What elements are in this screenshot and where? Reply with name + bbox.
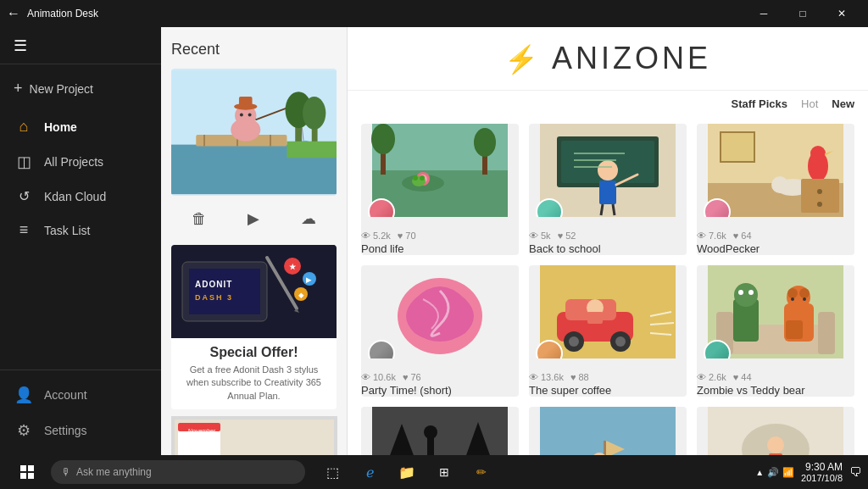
start-button[interactable] — [7, 455, 47, 489]
app-title: Animation Desk — [27, 8, 98, 19]
animation-thumb-party — [361, 265, 519, 358]
animation-card-back-to-school[interactable]: 👁 5k ♥ 52 Back to school — [529, 124, 687, 255]
special-offer-image: ADONIT DASH 3 ★ ▶ — [171, 245, 337, 338]
fishing-scene-svg — [171, 69, 337, 196]
all-projects-label: All Projects — [44, 155, 103, 169]
animation-card-party-time[interactable]: 👁 10.6k ♥ 76 Party Time! (short) — [361, 265, 519, 397]
taskbar-right: ▲ 🔊 📶 9:30 AM 2017/10/8 🗨 — [755, 461, 861, 483]
special-offer-title: Special Offer! — [171, 338, 337, 364]
eye-icon6: 👁 — [697, 372, 706, 382]
animation-card-bottom-2[interactable] — [529, 407, 687, 455]
animation-thumb-bottom-3 — [697, 407, 854, 455]
anizone-panel: ⚡ ANIZONE Staff Picks Hot New — [348, 27, 868, 455]
up-arrow-icon[interactable]: ▲ — [755, 468, 764, 477]
sidebar-item-settings[interactable]: ⚙ Settings — [0, 413, 161, 448]
staff-picks-header: Staff Picks Hot New — [348, 91, 868, 117]
animation-desk-button[interactable]: ✏ — [465, 455, 498, 489]
sidebar-item-home[interactable]: ⌂ Home — [0, 109, 161, 144]
share-button[interactable]: ☁ — [294, 206, 323, 231]
home-label: Home — [44, 120, 77, 134]
cloud-icon: ↺ — [14, 188, 34, 204]
speaker-icon[interactable]: 🔊 — [767, 467, 779, 478]
svg-point-97 — [799, 288, 810, 298]
svg-rect-22 — [189, 269, 260, 314]
titlebar: ← Animation Desk ─ □ ✕ — [0, 0, 868, 27]
svg-point-96 — [787, 288, 798, 298]
recent-title: Recent — [171, 41, 337, 58]
app-container: ☰ + New Project ⌂ Home ◫ All Projects ↺ … — [0, 27, 868, 455]
sidebar-item-task-list[interactable]: ≡ Task List — [0, 213, 161, 247]
task-view-button[interactable]: ⬚ — [315, 455, 349, 489]
views-woodpecker: 👁 7.6k — [697, 231, 726, 241]
svg-rect-103 — [427, 436, 434, 455]
stats-school: 👁 5k ♥ 52 — [529, 231, 687, 241]
sidebar-item-account[interactable]: 👤 Account — [0, 377, 161, 413]
animation-card-super-coffee[interactable]: 👁 13.6k ♥ 88 The super coffee — [529, 265, 687, 397]
svg-point-99 — [803, 297, 806, 301]
recent-thumbnail[interactable] — [171, 69, 337, 196]
plus-icon: + — [14, 80, 23, 97]
minimize-button[interactable]: ─ — [744, 0, 783, 27]
network-icon[interactable]: 📶 — [782, 467, 794, 478]
svg-rect-82 — [587, 312, 603, 324]
svg-text:November: November — [188, 428, 216, 434]
back-icon[interactable]: ← — [7, 6, 20, 21]
svg-rect-101 — [372, 407, 508, 455]
taskbar: 🎙 Ask me anything ⬚ ℯ 📁 ⊞ ✏ ▲ 🔊 📶 9:30 A… — [0, 455, 868, 489]
svg-point-92 — [738, 290, 743, 295]
titlebar-controls: ─ □ ✕ — [744, 0, 861, 27]
stats-zombie: 👁 2.6k ♥ 44 — [697, 372, 854, 382]
svg-point-91 — [734, 283, 758, 307]
new-project-button[interactable]: + New Project — [0, 71, 161, 106]
animation-card-woodpecker[interactable]: 👁 7.6k ♥ 64 WoodPecker — [697, 124, 854, 255]
sidebar-bottom: 👤 Account ⚙ Settings — [0, 370, 161, 455]
sidebar-item-kdan-cloud[interactable]: ↺ Kdan Cloud — [0, 180, 161, 213]
svg-rect-63 — [721, 132, 754, 162]
views-school: 👁 5k — [529, 231, 551, 241]
svg-rect-120 — [20, 473, 26, 479]
delete-button[interactable]: 🗑 — [185, 206, 214, 231]
search-bar[interactable]: 🎙 Ask me anything — [51, 460, 305, 484]
animation-card-pond-life[interactable]: 👁 5.2k ♥ 70 Pond life — [361, 124, 519, 255]
animation-card-zombie-teddy[interactable]: 👁 2.6k ♥ 44 Zombie vs Teddy bear — [697, 265, 854, 397]
sidebar: ☰ + New Project ⌂ Home ◫ All Projects ↺ … — [0, 27, 161, 455]
animation-info-pond: 👁 5.2k ♥ 70 Pond life — [361, 217, 519, 255]
sidebar-item-all-projects[interactable]: ◫ All Projects — [0, 144, 161, 180]
settings-label: Settings — [44, 424, 87, 437]
projects-icon: ◫ — [14, 153, 34, 171]
play-button[interactable]: ▶ — [241, 206, 266, 231]
views-pond: 👁 5.2k — [361, 231, 391, 241]
animation-card-bottom-1[interactable] — [361, 407, 519, 455]
time-display: 9:30 AM — [805, 461, 843, 473]
anizone-content-wrapper: ⚡ ANIZONE Staff Picks Hot New — [348, 27, 868, 455]
svg-rect-109 — [604, 441, 606, 455]
edge-browser-button[interactable]: ℯ — [353, 455, 387, 489]
anizone-logo-icon: ⚡ — [504, 44, 542, 75]
svg-point-78 — [569, 336, 579, 347]
likes-zombie: ♥ 44 — [733, 372, 752, 382]
adonit-image: ADONIT DASH 3 ★ ▶ — [171, 245, 337, 338]
animation-thumb-pond — [361, 124, 519, 217]
search-mic-icon: 🎙 — [61, 466, 71, 478]
svg-point-53 — [598, 160, 618, 181]
stats-coffee: 👁 13.6k ♥ 88 — [529, 372, 687, 382]
animation-card-bottom-3[interactable] — [697, 407, 854, 455]
likes-pond: ♥ 70 — [398, 231, 416, 241]
notification-icon[interactable]: 🗨 — [849, 465, 861, 479]
close-button[interactable]: ✕ — [822, 0, 861, 27]
svg-point-67 — [810, 146, 826, 161]
task-list-label: Task List — [44, 224, 90, 237]
svg-rect-100 — [786, 320, 803, 339]
title-zombie: Zombie vs Teddy bear — [697, 384, 854, 397]
file-explorer-button[interactable]: 📁 — [390, 455, 424, 489]
animation-info-woodpecker: 👁 7.6k ♥ 64 WoodPecker — [697, 217, 854, 255]
maximize-button[interactable]: □ — [783, 0, 822, 27]
eye-icon4: 👁 — [361, 372, 370, 382]
hamburger-icon[interactable]: ☰ — [14, 36, 27, 55]
tab-new[interactable]: New — [832, 97, 854, 110]
tab-hot[interactable]: Hot — [801, 97, 818, 110]
store-button[interactable]: ⊞ — [427, 455, 461, 489]
animation-info-zombie: 👁 2.6k ♥ 44 Zombie vs Teddy bear — [697, 358, 854, 397]
content-area: Recent — [161, 27, 868, 455]
svg-line-59 — [601, 204, 603, 215]
